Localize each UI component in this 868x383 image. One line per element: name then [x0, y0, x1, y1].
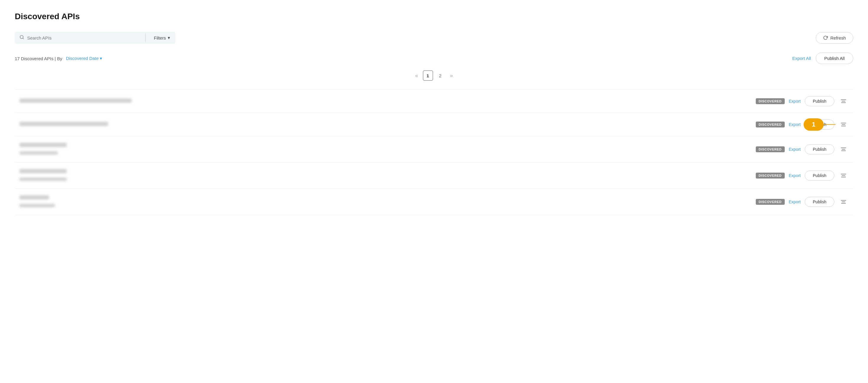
menu-line-1 — [841, 99, 846, 100]
search-filter-group: Filters ▾ — [15, 32, 176, 44]
discovered-badge: DISCOVERED — [756, 98, 785, 104]
api-actions: DISCOVERED Export Publish — [756, 144, 848, 154]
sort-label: Discovered Date — [66, 56, 99, 61]
api-info — [20, 122, 756, 127]
filters-button[interactable]: Filters ▾ — [149, 32, 176, 43]
menu-line-2 — [842, 175, 845, 176]
export-link[interactable]: Export — [789, 147, 801, 152]
publish-button[interactable]: Publish — [805, 197, 834, 207]
page-1-button[interactable]: 1 — [423, 71, 433, 80]
publish-button[interactable]: Publish — [805, 144, 834, 154]
export-all-link[interactable]: Export All — [792, 56, 811, 61]
search-icon — [20, 35, 24, 41]
api-name-blurred — [20, 169, 67, 173]
discovered-badge: DISCOVERED — [756, 173, 785, 178]
table-row: DISCOVERED Export Publish 1 — [15, 113, 853, 136]
table-row: DISCOVERED Export Publish — [15, 189, 853, 215]
menu-line-3 — [841, 177, 846, 177]
pagination: « 1 2 » — [15, 71, 853, 80]
menu-line-1 — [841, 200, 846, 201]
menu-line-3 — [841, 102, 846, 103]
first-page-button[interactable]: « — [412, 71, 420, 80]
table-row: DISCOVERED Export Publish — [15, 90, 853, 113]
search-input[interactable] — [27, 35, 140, 40]
menu-line-3 — [841, 150, 846, 151]
api-info — [20, 99, 756, 104]
export-link[interactable]: Export — [789, 99, 801, 104]
meta-right: Export All Publish All — [792, 53, 853, 64]
refresh-label: Refresh — [830, 35, 846, 40]
api-sub-blurred — [20, 178, 67, 181]
api-actions: DISCOVERED Export Publish — [756, 171, 848, 181]
refresh-button[interactable]: Refresh — [816, 32, 853, 44]
menu-line-1 — [841, 123, 846, 123]
menu-line-2 — [842, 101, 845, 102]
api-name-blurred — [20, 195, 49, 200]
publish-button[interactable]: Publish — [805, 171, 834, 181]
menu-line-1 — [841, 174, 846, 174]
menu-button[interactable] — [838, 121, 848, 128]
menu-line-2 — [842, 124, 845, 125]
publish-all-button[interactable]: Publish All — [816, 53, 853, 64]
api-sub-blurred — [20, 151, 58, 154]
api-list: DISCOVERED Export Publish DISCOVERED Exp… — [15, 90, 853, 215]
discovered-badge: DISCOVERED — [756, 199, 785, 205]
api-info — [20, 169, 756, 182]
menu-button[interactable] — [838, 98, 848, 104]
search-container — [15, 32, 145, 44]
meta-left: 17 Discovered APIs | By Discovered Date … — [15, 56, 102, 61]
menu-button[interactable] — [838, 199, 848, 205]
menu-button[interactable] — [838, 146, 848, 152]
chevron-down-icon: ▾ — [168, 35, 170, 40]
last-page-button[interactable]: » — [448, 71, 456, 80]
table-row: DISCOVERED Export Publish — [15, 136, 853, 163]
api-info — [20, 195, 756, 208]
sort-chevron-icon: ▾ — [100, 56, 102, 61]
meta-row: 17 Discovered APIs | By Discovered Date … — [15, 53, 853, 64]
export-link[interactable]: Export — [789, 122, 801, 127]
page-2-button[interactable]: 2 — [435, 71, 445, 80]
svg-line-1 — [23, 38, 24, 39]
table-row: DISCOVERED Export Publish — [15, 163, 853, 189]
discovered-badge: DISCOVERED — [756, 146, 785, 152]
menu-line-3 — [841, 126, 846, 126]
export-link[interactable]: Export — [789, 200, 801, 204]
export-link[interactable]: Export — [789, 173, 801, 178]
menu-line-2 — [842, 149, 845, 150]
api-name-blurred — [20, 122, 108, 126]
sort-link[interactable]: Discovered Date ▾ — [66, 56, 102, 61]
api-actions: DISCOVERED Export Publish — [756, 197, 848, 207]
page-title: Discovered APIs — [15, 12, 853, 21]
api-info — [20, 143, 756, 156]
discovered-badge: DISCOVERED — [756, 121, 785, 128]
menu-line-2 — [842, 202, 845, 202]
api-sub-blurred — [20, 204, 55, 207]
api-actions: DISCOVERED Export Publish — [756, 96, 848, 106]
tooltip-badge: 1 — [804, 118, 824, 131]
count-label: 17 Discovered APIs | By — [15, 56, 62, 61]
api-name-blurred — [20, 99, 132, 103]
api-name-blurred — [20, 143, 67, 147]
filter-divider — [145, 33, 146, 42]
filters-label: Filters — [154, 35, 166, 40]
menu-line-1 — [841, 147, 846, 148]
publish-button[interactable]: Publish — [805, 96, 834, 106]
menu-button[interactable] — [838, 173, 848, 178]
menu-line-3 — [841, 203, 846, 204]
search-bar-row: Filters ▾ Refresh — [15, 32, 853, 44]
